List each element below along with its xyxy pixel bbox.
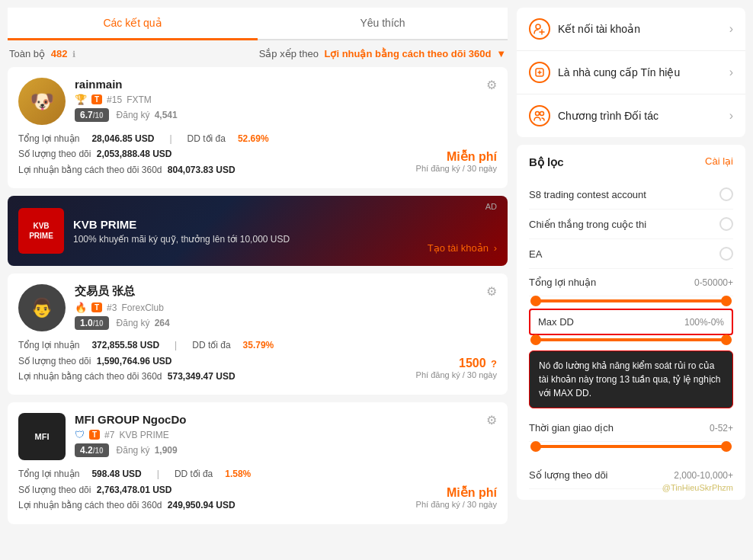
ad-name: KVB PRIME <box>73 218 497 231</box>
verified-badge: T <box>89 430 100 440</box>
tab-results[interactable]: Các kết quả <box>8 8 258 40</box>
partner-program-label: Chương trình Đối tác <box>558 110 658 122</box>
stat2-label: DD tối đa <box>192 338 230 353</box>
filter-s8-label: S8 trading contest account <box>529 189 646 200</box>
stat1-label: Tổng lợi nhuận <box>18 338 79 353</box>
filter-panel: Bộ lọc Cài lại S8 trading contest accoun… <box>517 145 745 500</box>
rating-value: 1.0/10 <box>75 316 109 330</box>
card-menu-icon[interactable]: ⚙ <box>486 78 497 92</box>
rating-row: 6.7/10 Đăng ký 4,541 <box>75 108 497 122</box>
create-account-link[interactable]: Tạo tài khoản › <box>428 242 497 254</box>
verified-badge: T <box>91 302 102 312</box>
connect-account-btn[interactable]: Kết nối tài khoản › <box>517 8 745 51</box>
trader-info-zhangzong: 交易员 张总 🔥 T #3 ForexClub 1.0/10 Đăng ký 2… <box>75 284 497 330</box>
watermark-area: Số lượng theo dõi 2,000-10,000+ @TinHieu… <box>529 462 733 489</box>
rank-badge: #15 <box>107 94 122 105</box>
filter-item-s8[interactable]: S8 trading contest account <box>529 180 733 210</box>
broker-label: FXTM <box>127 94 152 105</box>
rating-row: 4.2/10 Đăng ký 1,909 <box>75 443 497 457</box>
svg-point-0 <box>536 24 540 29</box>
maxdd-range: 100%-0% <box>684 317 724 328</box>
maxdd-tooltip: Nó đo lường khả năng kiểm soát rủi ro củ… <box>529 350 733 408</box>
rating-value: 4.2/10 <box>75 443 109 457</box>
profit-label: Tổng lợi nhuận <box>529 277 596 288</box>
filter-item-contest[interactable]: Chiến thắng trong cuộc thi <box>529 210 733 239</box>
connect-icon <box>529 18 550 40</box>
signal-provider-btn[interactable]: Là nhà cung cấp Tín hiệu › <box>517 51 745 94</box>
filter-contest-radio[interactable] <box>719 217 733 231</box>
filter-ea-label: EA <box>529 248 542 260</box>
price-sub: Phí đăng ký / 30 ngày <box>416 164 497 173</box>
partner-program-btn[interactable]: Chương trình Đối tác › <box>517 94 745 137</box>
tradetime-slider[interactable] <box>529 442 733 454</box>
filter-contest-label: Chiến thắng trong cuộc thi <box>529 219 646 230</box>
rank-badge: #7 <box>104 430 114 440</box>
trader-meta: 🛡 T #7 KVB PRIME <box>75 429 497 440</box>
price-sub: Phí đăng ký / 30 ngày <box>416 370 497 379</box>
profit-thumb-right[interactable] <box>721 296 732 306</box>
filter-bar: Toàn bộ 482 ℹ Sắp xếp theo Lợi nhuận bằn… <box>8 48 508 59</box>
signal-provider-label: Là nhà cung cấp Tín hiệu <box>558 66 680 78</box>
partner-icon <box>529 105 550 126</box>
profit-thumb-left[interactable] <box>530 296 541 306</box>
card-price: Miễn phí Phí đăng ký / 30 ngày <box>416 485 497 509</box>
tradetime-thumb-right[interactable] <box>721 441 732 452</box>
avatar-zhangzong: 👨 <box>18 284 66 331</box>
tab-favorites[interactable]: Yêu thích <box>258 8 508 40</box>
filter-panel-title: Bộ lọc <box>529 155 564 169</box>
fire-icon: 🔥 <box>75 302 87 313</box>
tradetime-thumb-left[interactable] <box>530 441 541 452</box>
price-label: Miễn phí <box>416 149 497 164</box>
profit-fill <box>530 299 732 302</box>
card-price: Miễn phí Phí đăng ký / 30 ngày <box>416 149 497 173</box>
sort-value: Lợi nhuận bằng cách theo dõi 360d <box>324 48 491 59</box>
trader-card-zhangzong: 👨 交易员 张总 🔥 T #3 ForexClub 1.0/10 Đăng ký… <box>8 274 508 395</box>
stat2-value: 35.79% <box>243 338 274 353</box>
ad-action-btn[interactable]: Tạo tài khoản › <box>428 242 497 254</box>
rank-badge: #3 <box>107 302 117 313</box>
filter-s8-radio[interactable] <box>719 187 733 201</box>
svg-point-2 <box>536 112 540 116</box>
partner-arrow-icon: › <box>729 109 733 123</box>
filter-item-ea[interactable]: EA <box>529 239 733 269</box>
price-label: 1500 ? <box>416 357 497 370</box>
trader-info-mfi: MFI GROUP NgocDo 🛡 T #7 KVB PRIME 4.2/10… <box>75 413 497 457</box>
filter-reset-btn[interactable]: Cài lại <box>705 155 733 167</box>
filter-ea-radio[interactable] <box>719 247 733 261</box>
card-menu-icon[interactable]: ⚙ <box>486 413 497 427</box>
filter-item-profit: Tổng lợi nhuận 0-50000+ <box>529 269 733 296</box>
total-label: Toàn bộ 482 ℹ <box>9 48 75 59</box>
trader-meta: 🔥 T #3 ForexClub <box>75 302 497 313</box>
card-menu-icon[interactable]: ⚙ <box>486 284 497 299</box>
stat1-value: 598.48 USD <box>91 466 141 482</box>
trader-name: MFI GROUP NgocDo <box>75 413 497 426</box>
maxdd-thumb-right[interactable] <box>721 334 732 345</box>
ad-content: KVB PRIME 100% khuyến mãi ký quỹ, thưởng… <box>73 218 497 245</box>
avatar-rainmain: 🐶 <box>18 78 66 125</box>
signal-icon <box>529 62 550 83</box>
trader-name: 交易员 张总 <box>75 284 497 299</box>
register-label: Đăng ký <box>117 110 150 120</box>
connect-account-label: Kết nối tài khoản <box>558 23 640 35</box>
register-count: 1,909 <box>155 445 178 456</box>
info-icon: ℹ <box>72 50 75 59</box>
tradetime-range: 0-52+ <box>710 423 733 434</box>
ad-logo: KVBPRIME <box>18 208 64 254</box>
sort-arrow-icon: ▼ <box>496 48 506 59</box>
card-price: 1500 ? Phí đăng ký / 30 ngày <box>416 357 497 379</box>
trader-card-mfi: MFI MFI GROUP NgocDo 🛡 T #7 KVB PRIME 4.… <box>8 402 508 523</box>
stat1-label: Tổng lợi nhuận <box>18 466 79 482</box>
avatar-mfi: MFI <box>18 413 66 460</box>
price-sub: Phí đăng ký / 30 ngày <box>416 500 497 509</box>
maxdd-slider[interactable] <box>529 335 733 347</box>
rating-value: 6.7/10 <box>75 108 109 122</box>
maxdd-thumb-left[interactable] <box>530 334 541 345</box>
connect-arrow-icon: › <box>729 22 733 36</box>
profit-slider[interactable] <box>529 296 733 309</box>
filter-item-tradetime: Thời gian giao dịch 0-52+ <box>529 414 733 442</box>
trader-info-rainmain: rainmain 🏆 T #15 FXTM 6.7/10 Đăng ký 4,5… <box>75 78 497 122</box>
register-label: Đăng ký <box>117 445 150 456</box>
price-question-icon[interactable]: ? <box>491 358 497 370</box>
filter-icon: ⚙ <box>486 78 497 91</box>
sort-selector[interactable]: Sắp xếp theo Lợi nhuận bằng cách theo dõ… <box>259 48 506 59</box>
